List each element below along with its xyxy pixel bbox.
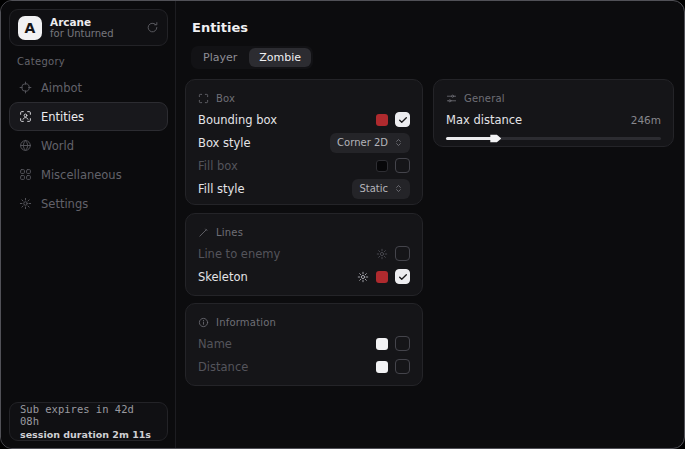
slider-thumb[interactable] (490, 133, 501, 144)
chevron-up-down-icon (394, 184, 403, 193)
card-title: Box (216, 93, 235, 104)
line-settings-gear-icon[interactable] (376, 248, 388, 260)
category-label: Category (17, 56, 65, 67)
information-card: Information Name Distance (185, 303, 423, 386)
row-bounding-box: Bounding box (198, 109, 410, 130)
refresh-icon[interactable] (146, 21, 159, 34)
fill-box-checkbox[interactable] (395, 158, 410, 173)
sidebar-item-label: World (41, 139, 74, 153)
line-to-enemy-checkbox[interactable] (395, 246, 410, 261)
main-content: Entities Player Zombie Box Bounding box (177, 1, 684, 448)
sidebar-item-label: Settings (41, 197, 88, 211)
grid-icon (19, 168, 32, 181)
row-line-to-enemy: Line to enemy (198, 243, 410, 264)
sidebar-item-label: Aimbot (41, 81, 82, 95)
brand-name: Arcane (50, 16, 138, 28)
pencil-line-icon (198, 227, 209, 238)
lines-card: Lines Line to enemy Skeleton (185, 213, 423, 296)
crosshair-icon (19, 81, 32, 94)
brand-logo: A (18, 16, 42, 40)
sidebar-item-world[interactable]: World (9, 131, 168, 160)
tab-player[interactable]: Player (193, 48, 247, 67)
info-icon (198, 317, 209, 328)
color-swatch-white[interactable] (376, 338, 388, 350)
entity-frame-icon (19, 110, 32, 123)
sliders-icon (446, 93, 457, 104)
box-frame-icon (198, 93, 209, 104)
sidebar-item-settings[interactable]: Settings (9, 189, 168, 218)
fill-style-dropdown[interactable]: Static (352, 179, 410, 199)
name-checkbox[interactable] (395, 336, 410, 351)
sidebar-item-miscellaneous[interactable]: Miscellaneous (9, 160, 168, 189)
entity-type-tabs: Player Zombie (191, 46, 313, 69)
sidebar: A Arcane for Unturned Category Aimbot (1, 1, 176, 448)
brand-subtitle: for Unturned (50, 28, 138, 40)
slider-fill (446, 137, 493, 140)
chevron-up-down-icon (394, 138, 403, 147)
color-swatch-black[interactable] (376, 160, 388, 172)
card-title: General (464, 93, 505, 104)
color-swatch-red[interactable] (376, 271, 388, 283)
color-swatch-white[interactable] (376, 361, 388, 373)
row-fill-style: Fill style Static (198, 178, 410, 199)
row-skeleton: Skeleton (198, 266, 410, 287)
sidebar-item-entities[interactable]: Entities (9, 102, 168, 131)
bounding-box-checkbox[interactable] (395, 112, 410, 127)
tab-zombie[interactable]: Zombie (249, 48, 311, 67)
row-fill-box: Fill box (198, 155, 410, 176)
sidebar-nav: Aimbot Entities World Miscellaneous (9, 73, 168, 218)
general-card: General Max distance 246m (433, 79, 674, 147)
distance-checkbox[interactable] (395, 359, 410, 374)
session-duration-text: session duration 2m 11s (20, 429, 157, 440)
card-title: Information (216, 317, 276, 328)
gear-icon (19, 197, 32, 210)
skeleton-settings-gear-icon[interactable] (357, 271, 369, 283)
row-max-distance: Max distance 246m (446, 110, 661, 130)
sidebar-item-label: Entities (41, 110, 84, 124)
sidebar-item-label: Miscellaneous (41, 168, 122, 182)
box-card: Box Bounding box Box style Corner 2D (185, 79, 423, 205)
sub-expiry-text: Sub expires in 42d 08h (20, 403, 157, 427)
color-swatch-red[interactable] (376, 114, 388, 126)
max-distance-slider[interactable] (446, 132, 661, 144)
row-box-style: Box style Corner 2D (198, 132, 410, 153)
card-title: Lines (216, 227, 243, 238)
row-name: Name (198, 333, 410, 354)
sidebar-item-aimbot[interactable]: Aimbot (9, 73, 168, 102)
skeleton-checkbox[interactable] (395, 269, 410, 284)
subscription-card: Sub expires in 42d 08h session duration … (9, 402, 168, 441)
globe-icon (19, 139, 32, 152)
arcane-menu-window: A Arcane for Unturned Category Aimbot (0, 0, 685, 449)
page-title: Entities (192, 20, 248, 35)
max-distance-value: 246m (631, 114, 661, 126)
row-distance: Distance (198, 356, 410, 377)
box-style-dropdown[interactable]: Corner 2D (330, 133, 410, 153)
brand-card: A Arcane for Unturned (9, 9, 168, 46)
